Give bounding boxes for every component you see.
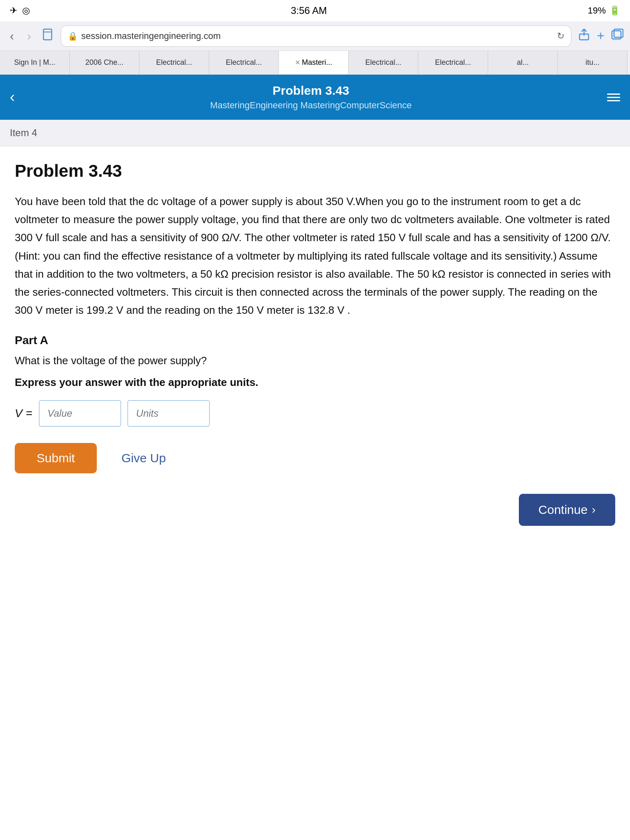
item-bar: Item 4 <box>0 120 630 146</box>
submit-button[interactable]: Submit <box>15 443 97 473</box>
header-menu-button[interactable] <box>607 94 620 101</box>
back-button[interactable]: ‹ <box>7 27 17 45</box>
problem-body: You have been told that the dc voltage o… <box>15 192 615 319</box>
url-bar[interactable]: 🔒 session.masteringengineering.com ↻ <box>61 25 571 47</box>
tab-electrical3[interactable]: Electrical... <box>349 51 418 74</box>
part-a-title: Part A <box>15 334 615 347</box>
tab-electrical4[interactable]: Electrical... <box>418 51 488 74</box>
wifi-icon: ◎ <box>22 5 30 16</box>
status-bar-right: 19% 🔋 <box>588 5 620 16</box>
tab-electrical2[interactable]: Electrical... <box>209 51 279 74</box>
continue-arrow-icon: › <box>592 503 596 516</box>
header-center: Problem 3.43 MasteringEngineering Master… <box>15 84 607 111</box>
tab-masteri[interactable]: ✕ Masteri... <box>279 51 349 74</box>
tab-itu[interactable]: itu... <box>558 51 628 74</box>
tab-electrical1[interactable]: Electrical... <box>139 51 209 74</box>
action-row: Submit Give Up <box>15 443 615 473</box>
tab-label: itu... <box>585 58 599 67</box>
browser-bar: ‹ › 🔒 session.masteringengineering.com ↻… <box>0 21 630 51</box>
header-back-button[interactable]: ‹ <box>10 89 15 106</box>
share-button[interactable] <box>578 28 590 43</box>
units-input[interactable] <box>128 400 210 427</box>
tabs-button[interactable] <box>611 28 623 43</box>
tab-2006[interactable]: 2006 Che... <box>70 51 139 74</box>
continue-button[interactable]: Continue › <box>519 494 615 526</box>
header-subtitle: MasteringEngineering MasteringComputerSc… <box>15 100 607 111</box>
status-bar-left: ✈ ◎ <box>10 5 30 16</box>
url-text: session.masteringengineering.com <box>81 31 554 41</box>
equation-lhs: V = <box>15 407 32 420</box>
share-icon <box>578 28 590 41</box>
browser-actions: + <box>578 28 623 43</box>
tab-label: al... <box>517 58 529 67</box>
bookmarks-button[interactable] <box>41 28 54 44</box>
item-label: Item 4 <box>10 127 37 138</box>
new-tab-button[interactable]: + <box>597 28 605 43</box>
tabs-bar: Sign In | M... 2006 Che... Electrical...… <box>0 51 630 75</box>
tab-label: Electrical... <box>435 58 471 67</box>
menu-line-3 <box>607 100 620 101</box>
status-time: 3:56 AM <box>291 5 327 16</box>
tab-close-icon[interactable]: ✕ <box>295 59 300 66</box>
status-bar: ✈ ◎ 3:56 AM 19% 🔋 <box>0 0 630 21</box>
app-header: ‹ Problem 3.43 MasteringEngineering Mast… <box>0 75 630 120</box>
continue-row: Continue › <box>15 494 615 526</box>
tab-al[interactable]: al... <box>488 51 558 74</box>
tabs-icon <box>611 28 623 41</box>
header-title: Problem 3.43 <box>15 84 607 98</box>
menu-line-2 <box>607 97 620 98</box>
tab-label: 2006 Che... <box>85 58 123 67</box>
bookmarks-icon <box>41 28 54 41</box>
reload-icon[interactable]: ↻ <box>557 31 564 41</box>
express-note: Express your answer with the appropriate… <box>15 376 615 389</box>
tab-label: Electrical... <box>226 58 262 67</box>
part-a-question: What is the voltage of the power supply? <box>15 354 615 367</box>
battery-icon: 🔋 <box>609 5 620 16</box>
continue-label: Continue <box>539 503 588 517</box>
giveup-button[interactable]: Give Up <box>121 451 166 465</box>
value-input[interactable] <box>39 400 121 427</box>
svg-rect-0 <box>43 29 52 40</box>
main-content: Problem 3.43 You have been told that the… <box>0 146 630 550</box>
location-icon: ✈ <box>10 5 17 16</box>
tab-label: Electrical... <box>365 58 401 67</box>
battery-percent: 19% <box>588 5 606 16</box>
tab-signin[interactable]: Sign In | M... <box>0 51 70 74</box>
tab-label: Masteri... <box>302 58 332 67</box>
menu-line-1 <box>607 94 620 95</box>
lock-icon: 🔒 <box>68 31 78 41</box>
problem-title: Problem 3.43 <box>15 161 615 181</box>
tab-label: Electrical... <box>156 58 192 67</box>
forward-button[interactable]: › <box>24 27 34 45</box>
tab-label: Sign In | M... <box>14 58 55 67</box>
answer-row: V = <box>15 400 615 427</box>
